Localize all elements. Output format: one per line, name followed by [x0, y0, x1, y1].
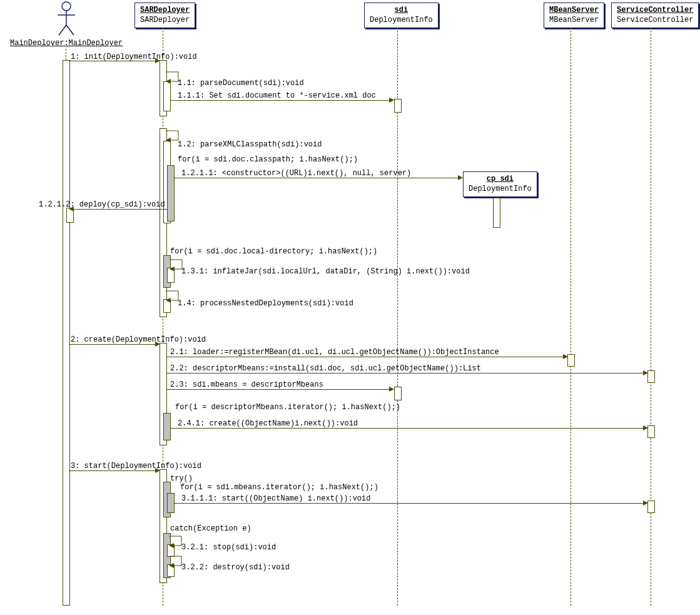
- participant-name: SARDeployer: [140, 6, 190, 16]
- actor-icon: [54, 0, 79, 38]
- activation-cpsdi: [493, 198, 500, 228]
- arrow-head-1-1-1: [389, 98, 394, 103]
- participant-mbeanserver: MBeanServer MBeanServer: [544, 3, 604, 28]
- msg-2-1: 2.1: loader:=registerMBean(di.ucl, di.uc…: [170, 348, 499, 357]
- arrow-1: [69, 61, 156, 61]
- participant-sdi: sdi DeploymentInfo: [364, 3, 439, 28]
- activation-sdi-2-3: [394, 387, 402, 400]
- arrow-head-2-2: [643, 370, 648, 375]
- svg-point-0: [62, 2, 71, 11]
- lifeline-mbeanserver: [571, 28, 571, 606]
- arrow-2-2: [166, 373, 644, 374]
- arrow-2: [69, 344, 156, 345]
- msg-3-2-2: 3.2.2: destroy(sdi):void: [181, 563, 290, 572]
- svg-marker-8: [166, 298, 171, 303]
- label-loop2: for(i = sdi.doc.local-directory; i.hasNe…: [170, 247, 377, 256]
- arrow-head-2: [155, 342, 160, 347]
- label-loop1: for(i = sdi.doc.classpath; i.hasNext();): [178, 155, 358, 164]
- msg-2-2: 2.2: descriptorMbeans:=install(sdi.doc, …: [170, 364, 481, 373]
- msg-3-1-1-1: 3.1.1.1: start((ObjectName) i.next()):vo…: [181, 494, 370, 503]
- participant-name: ServiceController: [617, 6, 693, 16]
- participant-type: DeploymentInfo: [370, 16, 433, 26]
- msg-1-2-1-2: 1.2.1.2: deploy(cp_sdi):void: [39, 200, 165, 209]
- participant-type: DeploymentInfo: [469, 185, 532, 195]
- activation-sc-2-2: [647, 370, 655, 383]
- participant-type: ServiceController: [617, 16, 693, 26]
- participant-sardeployer: SARDeployer SARDeployer: [134, 3, 195, 28]
- svg-marker-10: [169, 563, 174, 568]
- activation-sc-2-4-1: [647, 425, 655, 438]
- arrow-head-2-3: [389, 387, 394, 392]
- activation-sar-loop1: [167, 165, 175, 221]
- svg-line-3: [59, 25, 66, 35]
- msg-1-1: 1.1: parseDocument(sdi):void: [178, 79, 304, 88]
- lifeline-sdi: [397, 28, 398, 606]
- arrow-2-4-1: [170, 428, 644, 429]
- arrow-1-1-1: [170, 100, 390, 101]
- activation-sar-2-4: [163, 413, 171, 440]
- label-loop-start: for(i = sdi.mbeans.iterator(); i.hasNext…: [180, 483, 378, 492]
- arrow-1-2-1-2: [73, 209, 167, 210]
- msg-1-2-1-1: 1.2.1.1: <constructor>((URL)i.next(), nu…: [181, 169, 411, 178]
- participant-name: sdi: [370, 6, 433, 16]
- activation-sdi-1-1-1: [394, 99, 402, 113]
- svg-marker-5: [166, 79, 171, 84]
- participant-cpsdi: cp_sdi DeploymentInfo: [463, 171, 537, 197]
- msg-3-2-1: 3.2.1: stop(sdi):void: [181, 543, 276, 552]
- participant-name: cp_sdi: [469, 175, 532, 185]
- msg-3: 3: start(DeploymentInfo):void: [71, 462, 201, 470]
- arrow-head-241: [643, 425, 648, 430]
- msg-2-3: 2.3: sdi.mbeans = descriptorMbeans: [170, 380, 323, 389]
- arrow-head-1: [155, 58, 160, 63]
- arrow-1-2-1-1: [174, 178, 459, 178]
- activation-actor-1: [63, 60, 70, 606]
- actor-label: MainDeployer:MainDeployer: [10, 39, 123, 48]
- label-catch: catch(Exception e): [170, 524, 251, 533]
- arrow-3111: [174, 503, 644, 504]
- label-try: try(): [170, 474, 193, 483]
- msg-2-4-1: 2.4.1: create((ObjectName)i.next()):void: [178, 419, 358, 428]
- msg-1-3-1: 1.3.1: inflateJar(sdi.localUrl, dataDir,…: [181, 267, 470, 276]
- svg-line-4: [66, 25, 74, 35]
- activation-mbean-2-1: [567, 354, 575, 367]
- participant-type: MBeanServer: [549, 16, 599, 26]
- arrow-head-3111: [643, 501, 648, 506]
- msg-1-1-1: 1.1.1: Set sdi.document to *-service.xml…: [178, 91, 376, 100]
- arrow-head-2-1: [563, 354, 568, 359]
- svg-marker-6: [166, 138, 171, 143]
- actor-maindeployer: MainDeployer:MainDeployer: [10, 0, 123, 48]
- msg-1-4: 1.4: processNestedDeployments(sdi):void: [178, 299, 353, 308]
- participant-servicecontroller: ServiceController ServiceController: [611, 3, 699, 28]
- msg-1: 1: init(DeploymentInfo):void: [71, 53, 197, 61]
- arrow-2-3: [166, 389, 390, 390]
- participant-type: SARDeployer: [140, 16, 190, 26]
- activation-sc-3-1-1-1: [647, 501, 655, 513]
- arrow-2-1: [166, 357, 564, 357]
- msg-2: 2: create(DeploymentInfo):void: [71, 335, 206, 344]
- label-loop-create: for(i = descriptorMbeans.iterator(); i.h…: [175, 403, 400, 412]
- arrow-head-1212: [69, 206, 74, 211]
- lifeline-servicecontroller: [651, 28, 651, 606]
- arrow-3: [69, 470, 156, 471]
- msg-1-2: 1.2: parseXMLClasspath(sdi):void: [178, 140, 322, 149]
- arrow-head-1211: [458, 175, 463, 180]
- svg-marker-7: [170, 267, 175, 272]
- participant-name: MBeanServer: [549, 6, 599, 16]
- svg-marker-9: [169, 543, 174, 548]
- arrow-head-3: [155, 468, 160, 473]
